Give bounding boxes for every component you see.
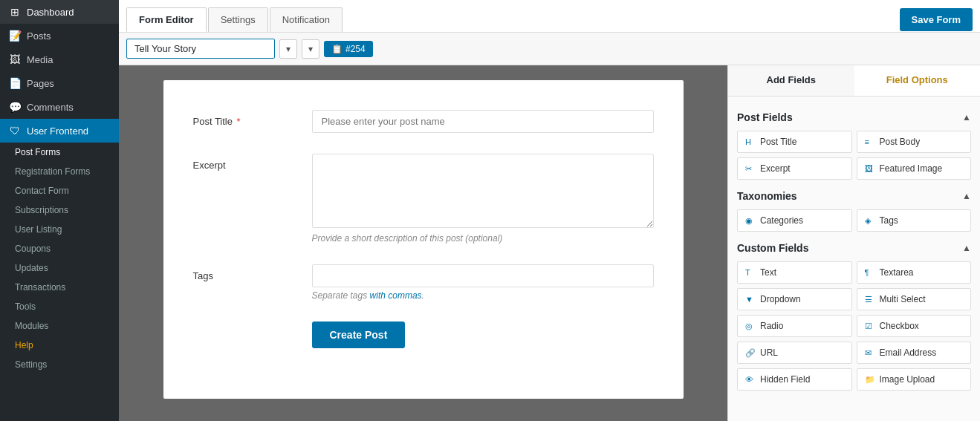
sidebar-subitem-user-listing[interactable]: User Listing — [0, 220, 119, 239]
custom-fields-grid: T Text ¶ Textarea ▼ Dropdown ☰ Multi Sel… — [737, 261, 971, 391]
chip-post-title[interactable]: H Post Title — [737, 131, 852, 153]
chip-hidden-field[interactable]: 👁 Hidden Field — [737, 368, 852, 391]
chip-multi-select[interactable]: ☰ Multi Select — [857, 288, 972, 310]
chip-checkbox[interactable]: ☑ Checkbox — [857, 315, 972, 337]
sidebar-subitem-post-forms[interactable]: Post Forms — [0, 143, 119, 162]
text-chip-icon: T — [745, 268, 756, 277]
sidebar-item-user-frontend[interactable]: 🛡 User Frontend — [0, 119, 119, 143]
sidebar-subitem-subscriptions[interactable]: Subscriptions — [0, 200, 119, 220]
create-post-button[interactable]: Create Post — [312, 322, 406, 348]
sidebar-subitem-updates[interactable]: Updates — [0, 258, 119, 278]
top-tabs-bar: Form Editor Settings Notification Save F… — [119, 0, 980, 33]
sidebar-subitem-modules[interactable]: Modules — [0, 316, 119, 336]
chip-email-address-label: Email Address — [880, 347, 937, 358]
right-panel: Add Fields Field Options Post Fields ▲ H… — [727, 65, 980, 421]
post-fields-grid: H Post Title ≡ Post Body ✂ Excerpt 🖼 Fea… — [737, 131, 971, 180]
post-fields-toggle[interactable]: ▲ — [962, 112, 971, 123]
sidebar-subitem-coupons[interactable]: Coupons — [0, 239, 119, 258]
chip-url-label: URL — [760, 347, 778, 358]
custom-fields-toggle[interactable]: ▲ — [962, 243, 971, 253]
sidebar-item-comments[interactable]: 💬 Comments — [0, 95, 119, 119]
sidebar-subitem-registration-forms[interactable]: Registration Forms — [0, 162, 119, 181]
form-toolbar: ▾ ▾ 📋 #254 — [119, 33, 980, 65]
tab-notification[interactable]: Notification — [270, 7, 343, 32]
right-panel-tabs: Add Fields Field Options — [728, 65, 980, 97]
chip-dropdown[interactable]: ▼ Dropdown — [737, 288, 852, 310]
right-tab-field-options[interactable]: Field Options — [854, 65, 981, 96]
tab-settings[interactable]: Settings — [208, 7, 268, 32]
sidebar-subitem-contact-form[interactable]: Contact Form — [0, 181, 119, 200]
post-fields-title: Post Fields — [737, 111, 793, 123]
excerpt-textarea[interactable] — [312, 154, 654, 228]
form-id-badge: 📋 #254 — [324, 41, 373, 57]
url-chip-icon: 🔗 — [745, 348, 756, 358]
right-tab-add-fields[interactable]: Add Fields — [728, 65, 854, 96]
excerpt-content: Provide a short description of this post… — [312, 154, 654, 244]
sidebar-item-label: User Frontend — [27, 125, 88, 137]
sidebar-subitem-tools[interactable]: Tools — [0, 297, 119, 316]
sidebar-item-label: Pages — [27, 78, 54, 89]
form-canvas-wrapper: Post Title * Excerpt Provide a short des… — [119, 65, 727, 421]
chip-post-title-label: Post Title — [760, 137, 796, 147]
chip-radio[interactable]: ◎ Radio — [737, 315, 852, 337]
post-body-chip-icon: ≡ — [865, 137, 875, 146]
required-marker: * — [234, 116, 241, 127]
chip-categories-label: Categories — [760, 215, 803, 226]
chip-radio-label: Radio — [760, 321, 783, 331]
sidebar-item-dashboard[interactable]: ⊞ Dashboard — [0, 0, 119, 24]
chip-image-upload[interactable]: 📁 Image Upload — [857, 368, 972, 391]
chip-post-body[interactable]: ≡ Post Body — [857, 131, 972, 153]
sidebar-subitem-settings[interactable]: Settings — [0, 355, 119, 374]
chip-text[interactable]: T Text — [737, 261, 852, 284]
dropdown-button[interactable]: ▾ — [279, 39, 297, 59]
chip-textarea[interactable]: ¶ Textarea — [857, 261, 972, 284]
editor-area: Post Title * Excerpt Provide a short des… — [119, 65, 980, 421]
chip-excerpt[interactable]: ✂ Excerpt — [737, 157, 852, 180]
sidebar-subitem-help[interactable]: Help — [0, 336, 119, 355]
chip-email-address[interactable]: ✉ Email Address — [857, 342, 972, 364]
save-form-button[interactable]: Save Form — [900, 8, 973, 31]
sidebar-item-media[interactable]: 🖼 Media — [0, 48, 119, 71]
chip-featured-image-label: Featured Image — [880, 163, 943, 174]
sidebar-item-label: Posts — [27, 30, 51, 42]
post-title-input[interactable] — [312, 110, 654, 133]
submit-content: Create Post — [312, 322, 654, 348]
comments-icon: 💬 — [9, 101, 21, 113]
excerpt-label: Excerpt — [193, 154, 297, 171]
chip-text-label: Text — [760, 267, 776, 278]
sidebar-subitem-transactions[interactable]: Transactions — [0, 278, 119, 297]
tags-chip-icon: ◈ — [865, 216, 875, 226]
tab-form-editor[interactable]: Form Editor — [126, 7, 207, 32]
form-field-post-title: Post Title * — [193, 110, 654, 133]
dashboard-icon: ⊞ — [9, 6, 21, 18]
custom-fields-title: Custom Fields — [737, 242, 808, 254]
post-fields-section-header: Post Fields ▲ — [737, 111, 971, 123]
featured-image-chip-icon: 🖼 — [865, 164, 875, 173]
email-chip-icon: ✉ — [865, 348, 875, 358]
taxonomies-grid: ◉ Categories ◈ Tags — [737, 209, 971, 232]
tab-list: Form Editor Settings Notification — [126, 7, 343, 32]
form-id-icon: 📋 — [331, 44, 343, 54]
categories-chip-icon: ◉ — [745, 216, 756, 226]
chip-hidden-field-label: Hidden Field — [760, 374, 810, 385]
sidebar-item-pages[interactable]: 📄 Pages — [0, 71, 119, 95]
taxonomies-toggle[interactable]: ▲ — [962, 191, 971, 201]
chip-featured-image[interactable]: 🖼 Featured Image — [857, 157, 972, 180]
post-title-chip-icon: H — [745, 137, 756, 146]
form-name-input[interactable] — [126, 39, 275, 59]
sidebar: ⊞ Dashboard 📝 Posts 🖼 Media 📄 Pages 💬 Co… — [0, 0, 119, 421]
chip-url[interactable]: 🔗 URL — [737, 342, 852, 364]
checkbox-chip-icon: ☑ — [865, 322, 875, 331]
chip-image-upload-label: Image Upload — [880, 374, 935, 385]
expand-button[interactable]: ▾ — [302, 39, 319, 59]
user-frontend-icon: 🛡 — [9, 125, 21, 137]
tags-input[interactable] — [312, 264, 654, 287]
post-title-label: Post Title * — [193, 110, 297, 127]
dropdown-chip-icon: ▼ — [745, 295, 756, 304]
chip-categories[interactable]: ◉ Categories — [737, 209, 852, 232]
chip-tags[interactable]: ◈ Tags — [857, 209, 972, 232]
form-field-tags: Tags Separate tags with commas. — [193, 264, 654, 301]
tags-hint: Separate tags with commas. — [312, 290, 654, 301]
tags-hint-link[interactable]: with commas — [370, 290, 422, 301]
sidebar-item-posts[interactable]: 📝 Posts — [0, 24, 119, 48]
